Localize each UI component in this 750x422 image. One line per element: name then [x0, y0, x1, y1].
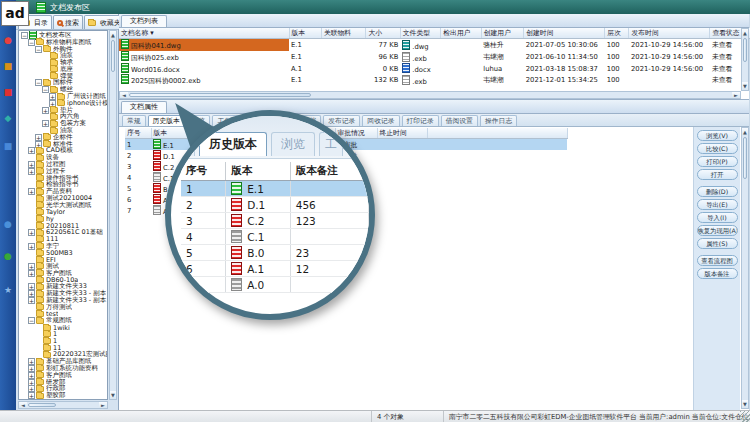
doc-column-header[interactable]: 文件类型	[400, 28, 440, 39]
star-app-icon[interactable]: ★	[2, 284, 14, 296]
scrollbar-thumb[interactable]	[111, 40, 115, 72]
doc-column-header[interactable]: 发布时间	[629, 28, 710, 39]
doc-list-row[interactable]: 2025国科协0002.exbE.1132 KB.exb韦继潮2021-12-0…	[119, 74, 750, 86]
action-button-1[interactable]: 浏览(V)	[697, 130, 738, 141]
teal-app-icon[interactable]: ◆	[2, 112, 14, 124]
scroll-right-icon[interactable]: ►	[99, 402, 107, 408]
tree-toggle-icon[interactable]: +	[28, 392, 35, 399]
action-button-8[interactable]: 恢复为现用(A)	[697, 225, 738, 236]
resize-grip[interactable]	[740, 411, 750, 422]
doc-column-header[interactable]: 创建用户	[481, 28, 524, 39]
doc-column-header[interactable]: 关联物料	[321, 28, 366, 39]
action-button-6[interactable]: 导出(E)	[697, 199, 738, 210]
tree-node[interactable]: +6220561C 01基础	[20, 229, 107, 236]
tree-toggle-icon[interactable]: −	[28, 39, 35, 46]
tree-toggle-icon[interactable]: +	[28, 297, 35, 304]
chat-icon[interactable]: ●	[2, 34, 14, 46]
tree-toggle-icon[interactable]: −	[42, 86, 49, 93]
doc-cell: 国科协041.dwg	[119, 39, 289, 52]
tree-toggle-icon[interactable]: −	[35, 79, 42, 86]
tab-doc-props[interactable]: 文档属性	[121, 101, 167, 113]
scroll-up-icon[interactable]: ▲	[742, 29, 748, 37]
scrollbar-thumb[interactable]	[743, 38, 747, 62]
history-column-header[interactable]: 终止时间	[377, 128, 427, 139]
magnified-history-row: 7A.0	[181, 277, 369, 293]
doc-list-row[interactable]: 国科协025.exbE.196 KB.exb韦继潮2021-06-10 11:3…	[119, 51, 750, 63]
tree-toggle-icon[interactable]: −	[21, 32, 28, 39]
tree-toggle-icon[interactable]: +	[42, 107, 49, 114]
tree-toggle-icon[interactable]: +	[28, 168, 35, 175]
tree-node[interactable]: +塑胶部	[20, 392, 107, 399]
tree-vertical-scrollbar[interactable]: ▲ ▼	[109, 30, 117, 400]
tree-node[interactable]: 1	[20, 331, 107, 338]
scrollbar-thumb[interactable]	[129, 93, 311, 97]
doc-column-header[interactable]: 文档名称 ▾	[119, 28, 289, 39]
tree-toggle-icon[interactable]: +	[28, 270, 35, 277]
tree-node[interactable]: +CAD模板	[20, 148, 107, 155]
tree-node[interactable]: 1	[20, 338, 107, 345]
scroll-down-icon[interactable]: ▼	[742, 400, 748, 408]
props-tab-9[interactable]: 打印记录	[402, 115, 439, 126]
action-button-5[interactable]: 删除(D)	[697, 186, 738, 197]
action-button-7[interactable]: 导入(I)	[697, 212, 738, 223]
action-button-10[interactable]: 查看流程图	[697, 255, 738, 266]
scroll-up-icon[interactable]: ▲	[110, 31, 116, 39]
tree-node[interactable]: +iphone设计模板	[20, 100, 107, 107]
tree-node[interactable]: 1wiki	[20, 324, 107, 331]
sidebar-tab-2[interactable]: 搜索	[53, 15, 83, 29]
scroll-down-icon[interactable]: ▼	[110, 391, 116, 399]
props-tab-11[interactable]: 操作日志	[480, 115, 517, 126]
action-button-4[interactable]: 打开	[697, 169, 738, 180]
action-button-3[interactable]: 打印(P)	[697, 156, 738, 167]
props-tab-8[interactable]: 回收记录	[362, 115, 399, 126]
scroll-left-icon[interactable]: ◄	[120, 92, 128, 98]
blue-doc-app-icon[interactable]: ■	[2, 140, 14, 152]
doc-list-vertical-scrollbar[interactable]: ▲ ▼	[741, 28, 749, 91]
props-tab-1[interactable]: 常规	[122, 115, 146, 126]
scroll-left-icon[interactable]: ◄	[19, 402, 27, 408]
props-tab-7[interactable]: 发布记录	[323, 115, 360, 126]
action-button-9[interactable]: 属性(S)	[697, 238, 738, 249]
scroll-up-icon[interactable]: ▲	[742, 128, 748, 136]
tree-node[interactable]: 500MB3	[20, 250, 107, 257]
tree-toggle-icon[interactable]: +	[28, 229, 35, 236]
props-tab-10[interactable]: 借阅设置	[441, 115, 478, 126]
doc-list-row[interactable]: Word016.docxA.10 KB.docxluhua2021-03-18 …	[119, 63, 750, 74]
doc-column-header[interactable]: 版本	[289, 28, 321, 39]
folder-app-icon[interactable]: ■	[2, 60, 14, 72]
tree-node[interactable]: Taylor	[20, 209, 107, 216]
blue-round-app-icon[interactable]: ●	[2, 218, 14, 230]
action-button-11[interactable]: 版本备注	[697, 268, 738, 279]
doc-cell: 2021-10-29 14:56:00	[629, 63, 710, 74]
doc-column-header[interactable]: 大小	[366, 28, 400, 39]
tab-doc-list[interactable]: 文档列表	[121, 15, 167, 27]
action-button-2[interactable]: 比较(C)	[697, 143, 738, 154]
doc-list-horizontal-scrollbar[interactable]: ◄ ►	[119, 91, 741, 99]
doc-list-tabstrip: 文档列表	[119, 14, 749, 28]
doc-list-row[interactable]: 国科协041.dwgE.177 KB.dwg骆桂升2021-07-05 10:3…	[119, 39, 750, 52]
history-column-header[interactable]: 版本	[151, 128, 189, 139]
props-tab-2[interactable]: 历史版本	[148, 115, 185, 126]
history-column-header[interactable]	[427, 128, 567, 139]
scrollbar-thumb[interactable]	[743, 137, 747, 179]
doc-column-header[interactable]: 检出用户	[441, 28, 481, 39]
tree-toggle-icon[interactable]: −	[28, 317, 35, 324]
props-vertical-scrollbar[interactable]: ▲ ▼	[741, 127, 749, 409]
tree-toggle-icon[interactable]: +	[28, 243, 35, 250]
file-icon	[121, 63, 129, 73]
history-column-header[interactable]: 序号	[125, 128, 151, 139]
green-app-icon[interactable]: ●	[2, 250, 14, 262]
doc-column-header[interactable]: 层次	[605, 28, 629, 39]
status-object-count: 4 个对象	[372, 411, 444, 422]
folder-icon	[50, 73, 58, 79]
tree-toggle-icon[interactable]: +	[42, 120, 49, 127]
tree-toggle-icon[interactable]: −	[35, 46, 42, 53]
scrollbar-thumb[interactable]	[28, 403, 56, 407]
scroll-down-icon[interactable]: ▼	[742, 82, 748, 90]
doc-column-header[interactable]: 创建时间	[524, 28, 605, 39]
red-app-icon[interactable]: ■	[2, 86, 14, 98]
scroll-right-icon[interactable]: ►	[732, 92, 740, 98]
tree-horizontal-scrollbar[interactable]: ◄ ►	[18, 401, 108, 409]
tree-toggle-icon[interactable]: +	[28, 147, 35, 154]
tree-toggle-icon[interactable]: +	[28, 188, 35, 195]
